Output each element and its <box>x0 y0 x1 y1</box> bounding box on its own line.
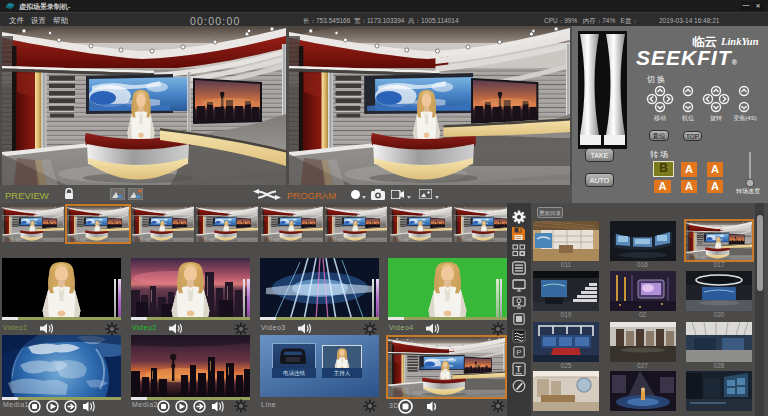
svg-text:机位: 机位 <box>682 115 694 121</box>
svg-text:旋转: 旋转 <box>710 115 722 122</box>
svg-text:P: P <box>516 348 521 357</box>
svg-text:变焦(4S): 变焦(4S) <box>733 114 756 122</box>
svg-text:移动: 移动 <box>654 115 666 122</box>
svg-text:T: T <box>516 364 522 374</box>
